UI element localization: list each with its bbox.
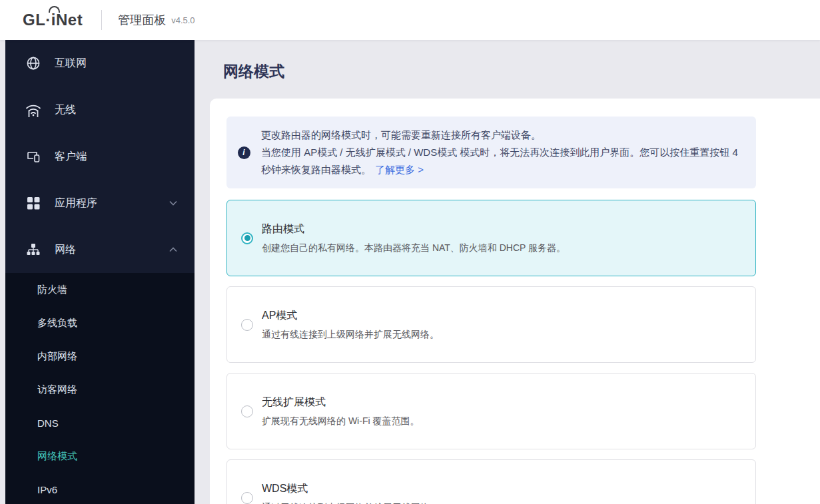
radio-wds-mode[interactable] — [241, 492, 253, 504]
radio-extender-mode[interactable] — [241, 405, 253, 417]
panel-version: v4.5.0 — [171, 15, 195, 25]
mode-text-block: 无线扩展模式 扩展现有无线网络的 Wi-Fi 覆盖范围。 — [262, 395, 419, 427]
chevron-down-icon — [169, 200, 177, 206]
mode-description: 通过无线连接到上级网络并扩展无线网络。 — [262, 502, 439, 504]
mode-description: 创建您自己的私有网络。本路由器将充当 NAT、防火墙和 DHCP 服务器。 — [262, 242, 566, 254]
apps-grid-icon — [25, 195, 41, 211]
mode-title: AP模式 — [262, 309, 439, 323]
sidebar-item-label: 客户端 — [55, 150, 87, 164]
mode-title: WDS模式 — [262, 482, 439, 496]
page-heading-band: 网络模式 — [195, 40, 820, 99]
radio-router-mode[interactable] — [241, 232, 253, 244]
sidebar-item-internet[interactable]: 互联网 — [5, 40, 195, 87]
mode-option-wds[interactable]: WDS模式 通过无线连接到上级网络并扩展无线网络。 — [226, 459, 756, 504]
logo-wifi-arc-i: i — [51, 11, 56, 29]
info-line-2: 当您使用 AP模式 / 无线扩展模式 / WDS模式 模式时，将无法再次连接到此… — [261, 144, 740, 178]
clients-icon — [25, 148, 41, 164]
logo-text-suffix: Net — [56, 11, 83, 29]
sidebar-item-label: 无线 — [55, 103, 76, 117]
sidebar-subitem-firewall[interactable]: 防火墙 — [5, 273, 195, 306]
mode-option-extender[interactable]: 无线扩展模式 扩展现有无线网络的 Wi-Fi 覆盖范围。 — [226, 373, 756, 449]
info-line-1: 更改路由器的网络模式时，可能需要重新连接所有客户端设备。 — [261, 126, 740, 144]
sidebar-item-applications[interactable]: 应用程序 — [5, 180, 195, 226]
radio-ap-mode[interactable] — [241, 319, 253, 331]
mode-title: 无线扩展模式 — [262, 395, 419, 409]
mode-description: 扩展现有无线网络的 Wi-Fi 覆盖范围。 — [262, 415, 419, 427]
content-card: i 更改路由器的网络模式时，可能需要重新连接所有客户端设备。 当您使用 AP模式… — [210, 99, 820, 504]
sidebar-subitem-multiwan[interactable]: 多线负载 — [5, 306, 195, 340]
sidebar-item-label: 应用程序 — [55, 196, 97, 210]
info-line-2-text: 当您使用 AP模式 / 无线扩展模式 / WDS模式 模式时，将无法再次连接到此… — [261, 146, 738, 175]
mode-description: 通过有线连接到上级网络并扩展无线网络。 — [262, 329, 439, 341]
sidebar-item-clients[interactable]: 客户端 — [5, 133, 195, 180]
mode-option-access-point[interactable]: AP模式 通过有线连接到上级网络并扩展无线网络。 — [226, 286, 756, 363]
mode-text-block: AP模式 通过有线连接到上级网络并扩展无线网络。 — [262, 309, 439, 341]
sidebar-subitem-lan[interactable]: 内部网络 — [5, 340, 195, 373]
brand-logo[interactable]: GL·iNet — [23, 11, 83, 29]
panel-title: 管理面板 — [118, 12, 166, 28]
sidebar-item-label: 互联网 — [55, 57, 87, 71]
sidebar-item-network[interactable]: 网络 — [5, 226, 195, 273]
sidebar-item-label: 网络 — [55, 243, 76, 257]
page-title: 网络模式 — [223, 61, 284, 82]
globe-icon — [25, 55, 41, 71]
info-text: 更改路由器的网络模式时，可能需要重新连接所有客户端设备。 当您使用 AP模式 /… — [261, 117, 756, 188]
info-box: i 更改路由器的网络模式时，可能需要重新连接所有客户端设备。 当您使用 AP模式… — [226, 117, 756, 188]
mode-option-router[interactable]: 路由模式 创建您自己的私有网络。本路由器将充当 NAT、防火墙和 DHCP 服务… — [226, 200, 756, 276]
mode-text-block: WDS模式 通过无线连接到上级网络并扩展无线网络。 — [262, 482, 439, 504]
info-icon: i — [238, 146, 250, 159]
chevron-up-icon — [169, 247, 177, 252]
sidebar-subitem-guest-network[interactable]: 访客网络 — [5, 373, 195, 406]
sidebar-subitem-dns[interactable]: DNS — [5, 406, 195, 439]
sidebar-item-wireless[interactable]: 无线 — [5, 87, 195, 133]
mode-title: 路由模式 — [262, 222, 566, 236]
sidebar-network-submenu: 防火墙 多线负载 内部网络 访客网络 DNS 网络模式 IPv6 — [5, 273, 195, 504]
app-header: GL·iNet 管理面板 v4.5.0 — [0, 0, 820, 40]
sidebar: 互联网 无线 客户端 — [5, 40, 195, 504]
logo-text-prefix: GL· — [23, 11, 51, 29]
learn-more-link[interactable]: 了解更多 > — [375, 164, 424, 175]
network-tree-icon — [25, 242, 41, 258]
header-divider — [101, 10, 102, 30]
mode-text-block: 路由模式 创建您自己的私有网络。本路由器将充当 NAT、防火墙和 DHCP 服务… — [262, 222, 566, 254]
sidebar-subitem-ipv6[interactable]: IPv6 — [5, 473, 195, 504]
wifi-icon — [25, 102, 41, 118]
info-icon-column: i — [226, 146, 261, 159]
sidebar-subitem-network-mode[interactable]: 网络模式 — [5, 439, 195, 473]
